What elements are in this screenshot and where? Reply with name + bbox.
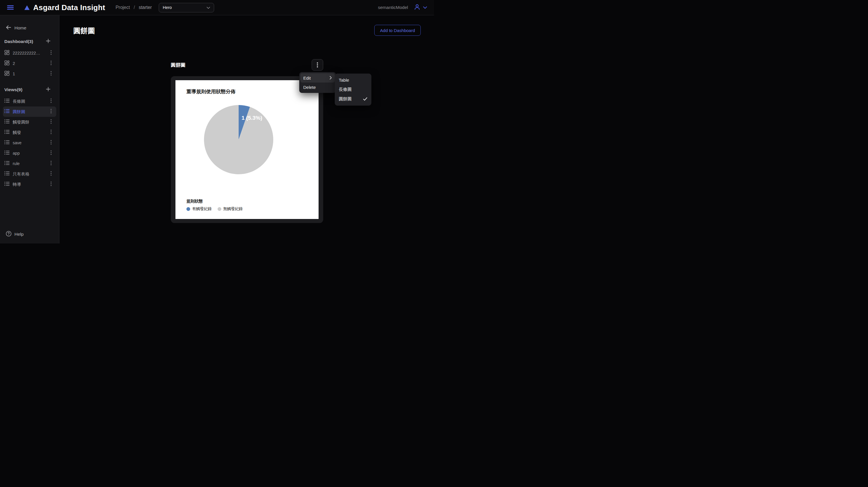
app-root: Asgard Data Insight Project / starter He… bbox=[0, 0, 434, 244]
model-select-dropdown[interactable]: Hero bbox=[159, 3, 214, 12]
chart-options-menu: Edit Delete bbox=[299, 72, 336, 93]
sidebar-view-item[interactable]: rule bbox=[3, 158, 56, 169]
sidebar-view-item-selected[interactable]: 圓餅圖 bbox=[3, 106, 56, 117]
chevron-down-icon bbox=[207, 5, 210, 10]
breadcrumb-project-name[interactable]: starter bbox=[139, 5, 152, 10]
kebab-menu-icon[interactable] bbox=[49, 128, 53, 136]
model-select-value: Hero bbox=[163, 5, 172, 10]
add-dashboard-icon[interactable] bbox=[46, 39, 51, 44]
dashboard-section-title: Dashboard(3) bbox=[4, 39, 33, 44]
list-view-icon bbox=[4, 98, 9, 104]
list-view-icon bbox=[4, 171, 9, 177]
chart-view-header: 圓餅圖 bbox=[171, 59, 323, 70]
add-view-icon[interactable] bbox=[46, 87, 51, 93]
page-header: 圓餅圖 Add to Dashboard bbox=[59, 15, 434, 36]
chart-card: 重導規則使用狀態分佈 1 (5.3%) 18 (94.7%) 規則狀態 有觸發紀… bbox=[171, 76, 323, 223]
sidebar-view-item[interactable]: 轉導 bbox=[3, 179, 56, 190]
dashboard-list: 2222222222… 2 1 bbox=[0, 48, 59, 79]
chart-title: 重導規則使用狀態分佈 bbox=[186, 88, 236, 95]
pie-slice-untriggered[interactable] bbox=[204, 105, 273, 174]
list-view-icon bbox=[4, 161, 9, 166]
breadcrumb: Project / starter bbox=[116, 5, 152, 10]
legend-dot-icon bbox=[186, 207, 190, 211]
help-label: Help bbox=[14, 232, 24, 237]
dashboard-grid-icon bbox=[4, 50, 9, 56]
sidebar-item-label: 觸發 bbox=[13, 130, 21, 135]
semantic-model-label[interactable]: semanticModel bbox=[378, 5, 408, 10]
sidebar-item-dashboard-2[interactable]: 2 bbox=[3, 58, 56, 69]
sidebar-item-label: rule bbox=[13, 161, 20, 166]
submenu-item-table[interactable]: Table bbox=[336, 75, 370, 85]
sidebar: Home Dashboard(3) 2222222222… 2 1 bbox=[0, 15, 59, 244]
sidebar-view-item[interactable]: 只有表格 bbox=[3, 169, 56, 179]
menu-item-label: Table bbox=[339, 77, 349, 83]
legend-title: 規則狀態 bbox=[186, 199, 243, 204]
kebab-menu-icon[interactable] bbox=[49, 160, 53, 168]
sidebar-home-link[interactable]: Home bbox=[6, 25, 59, 31]
kebab-menu-icon[interactable] bbox=[49, 59, 53, 67]
pie-chart: 1 (5.3%) 18 (94.7%) bbox=[176, 96, 318, 186]
submenu-item-bar-chart[interactable]: 長條圖 bbox=[336, 85, 370, 94]
sidebar-item-label: app bbox=[13, 151, 20, 156]
sidebar-home-label: Home bbox=[14, 25, 26, 31]
kebab-menu-icon[interactable] bbox=[49, 139, 53, 147]
sidebar-item-label: 1 bbox=[13, 71, 15, 76]
legend-item-untriggered[interactable]: 無觸發紀錄 bbox=[218, 206, 243, 212]
back-arrow-icon bbox=[6, 25, 11, 31]
list-view-icon bbox=[4, 150, 9, 156]
sidebar-item-label: 長條圖 bbox=[13, 99, 25, 104]
user-icon bbox=[414, 4, 421, 11]
sidebar-view-item[interactable]: save bbox=[3, 138, 56, 148]
list-view-icon bbox=[4, 130, 9, 135]
kebab-menu-icon[interactable] bbox=[49, 49, 53, 57]
sidebar-item-label: 圓餅圖 bbox=[13, 109, 25, 115]
breadcrumb-project[interactable]: Project bbox=[116, 5, 130, 10]
pie-label-triggered: 1 (5.3%) bbox=[242, 115, 262, 121]
kebab-menu-icon[interactable] bbox=[49, 180, 53, 188]
kebab-menu-icon[interactable] bbox=[49, 149, 53, 157]
check-icon bbox=[363, 97, 367, 102]
pie-label-untriggered: 18 (94.7%) bbox=[229, 174, 256, 180]
chevron-down-icon bbox=[423, 5, 427, 10]
page-title: 圓餅圖 bbox=[73, 26, 95, 35]
hamburger-menu-icon[interactable] bbox=[7, 5, 14, 10]
main-content: 圓餅圖 Add to Dashboard 圓餅圖 重導規則使用狀態分佈 1 (5… bbox=[59, 15, 434, 244]
views-section-title: Views(9) bbox=[4, 87, 23, 92]
sidebar-item-label: 2 bbox=[13, 61, 15, 66]
sidebar-item-label: 2222222222… bbox=[13, 51, 40, 55]
menu-item-edit[interactable]: Edit bbox=[300, 73, 335, 83]
kebab-menu-icon[interactable] bbox=[49, 97, 53, 105]
list-view-icon bbox=[4, 182, 9, 187]
kebab-menu-icon[interactable] bbox=[49, 170, 53, 178]
sidebar-view-item[interactable]: app bbox=[3, 148, 56, 158]
sidebar-item-label: 觸發圓餅 bbox=[13, 120, 29, 125]
breadcrumb-separator: / bbox=[134, 5, 135, 10]
sidebar-item-label: save bbox=[13, 140, 22, 145]
sidebar-view-item[interactable]: 觸發 bbox=[3, 127, 56, 138]
logo-triangle-icon bbox=[24, 5, 30, 10]
kebab-menu-icon bbox=[317, 62, 318, 67]
legend-item-triggered[interactable]: 有觸發紀錄 bbox=[186, 206, 212, 212]
submenu-item-pie-chart[interactable]: 圓餅圖 bbox=[336, 94, 370, 104]
add-to-dashboard-button[interactable]: Add to Dashboard bbox=[374, 25, 421, 36]
kebab-menu-icon[interactable] bbox=[49, 118, 53, 126]
sidebar-item-dashboard-3[interactable]: 1 bbox=[3, 69, 56, 79]
sidebar-view-item[interactable]: 觸發圓餅 bbox=[3, 117, 56, 127]
sidebar-view-item[interactable]: 長條圖 bbox=[3, 96, 56, 106]
menu-item-label: Edit bbox=[303, 75, 311, 80]
sidebar-item-label: 轉導 bbox=[13, 182, 21, 187]
menu-item-label: Delete bbox=[303, 85, 316, 90]
kebab-menu-icon[interactable] bbox=[49, 108, 53, 116]
legend-dot-icon bbox=[218, 207, 221, 211]
legend-label: 有觸發紀錄 bbox=[192, 206, 212, 212]
chart-legend: 規則狀態 有觸發紀錄 無觸發紀錄 bbox=[186, 199, 243, 212]
chart-options-button[interactable] bbox=[312, 59, 323, 71]
menu-item-delete[interactable]: Delete bbox=[300, 83, 335, 92]
help-button[interactable]: Help bbox=[6, 231, 24, 238]
legend-label: 無觸發紀錄 bbox=[223, 206, 243, 212]
kebab-menu-icon[interactable] bbox=[49, 70, 53, 78]
sidebar-item-dashboard-1[interactable]: 2222222222… bbox=[3, 48, 56, 58]
top-bar: Asgard Data Insight Project / starter He… bbox=[0, 0, 434, 15]
help-icon bbox=[6, 231, 11, 238]
user-menu[interactable] bbox=[414, 4, 427, 11]
